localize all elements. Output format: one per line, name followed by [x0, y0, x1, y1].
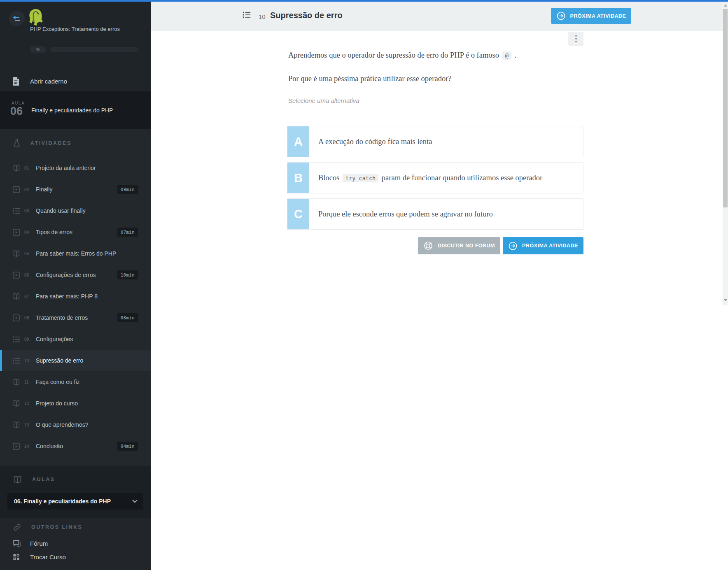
- answer-option-B[interactable]: BBlocos try catch param de funcionar qua…: [287, 162, 583, 193]
- book-icon: [13, 475, 22, 484]
- links-list: FórumTrocar Curso: [0, 537, 151, 564]
- screen: PHP Exceptions: Tratamento de erros % Ab…: [0, 0, 728, 570]
- kebab-dot: [575, 35, 577, 37]
- kebab-dot: [575, 41, 577, 42]
- list-icon: [12, 336, 21, 343]
- actions-row: DISCUTIR NO FORUM PRÓXIMA ATIVIDADE: [287, 237, 583, 254]
- option-text: A execução do código fica mais lenta: [309, 126, 583, 157]
- top-accent-bar: [0, 0, 728, 2]
- collapse-arrow-icon: [12, 16, 21, 22]
- activity-index: 10: [259, 13, 266, 20]
- duration-badge: 07min: [117, 228, 138, 237]
- sidebar-item-05[interactable]: 05Para saber mais: Erros do PHP: [0, 243, 151, 264]
- activity-label: Para saber mais: PHP 8: [36, 293, 98, 300]
- link-label: Trocar Curso: [30, 554, 66, 561]
- course-title: PHP Exceptions: Tratamento de erros: [30, 26, 134, 33]
- activity-label: Faça como eu fiz: [36, 379, 80, 385]
- answer-options: AA execução do código fica mais lenta BB…: [287, 126, 583, 230]
- activity-number: 05: [24, 251, 32, 256]
- sidebar-item-06[interactable]: 06Configurações de erros10min: [0, 264, 151, 286]
- activity-label: Tipos de erros: [36, 229, 72, 235]
- sidebar-item-07[interactable]: 07Para saber mais: PHP 8: [0, 286, 151, 307]
- text-fragment: Blocos: [318, 174, 339, 182]
- open-notebook-button[interactable]: Abrir caderno: [0, 72, 151, 90]
- inline-code: try catch: [343, 174, 378, 182]
- other-links-label: OUTROS LINKS: [31, 524, 82, 530]
- sidebar-item-01[interactable]: 01Projeto da aula anterior: [0, 157, 151, 179]
- sidebar-item-11[interactable]: 11Faça como eu fiz: [0, 371, 151, 393]
- course-sidebar: PHP Exceptions: Tratamento de erros % Ab…: [0, 2, 151, 570]
- sidebar-header: PHP Exceptions: Tratamento de erros % Ab…: [0, 2, 151, 91]
- sidebar-item-14[interactable]: 14Conclusão04min: [0, 435, 151, 457]
- activity-number: 10: [24, 358, 32, 363]
- activity-label: Supressão de erro: [36, 357, 83, 364]
- activities-list: 01Projeto da aula anterior02Finally09min…: [0, 157, 151, 457]
- sidebar-item-13[interactable]: 13O que aprendemos?: [0, 414, 151, 435]
- activity-number: 04: [24, 230, 32, 235]
- activity-number: 02: [24, 187, 32, 192]
- answer-option-A[interactable]: AA execução do código fica mais lenta: [287, 126, 583, 157]
- list-icon: [242, 10, 251, 21]
- activities-section-label: ATIVIDADES: [30, 140, 72, 146]
- chevron-down-icon: [132, 500, 138, 503]
- lesson-title: Finally e peculiaridades do PHP: [31, 91, 128, 129]
- link-icon: [13, 523, 21, 532]
- answer-option-C[interactable]: CPorque ele esconde erros que podem se a…: [287, 198, 583, 230]
- lesson-select-dropdown[interactable]: 06. Finally e peculiaridades do PHP: [7, 493, 143, 510]
- activity-number: 12: [24, 401, 32, 406]
- sidebar-item-04[interactable]: 04Tipos de erros07min: [0, 221, 151, 243]
- scrollbar-down-arrow[interactable]: [724, 299, 727, 301]
- current-lesson-banner[interactable]: AULA 06 Finally e peculiaridades do PHP: [0, 91, 151, 129]
- text-fragment: Porque ele esconde erros que podem se ag…: [318, 210, 493, 218]
- sidebar-item-02[interactable]: 02Finally09min: [0, 179, 151, 200]
- book-open-icon: [12, 164, 21, 172]
- collapse-sidebar-button[interactable]: [9, 11, 25, 26]
- lesson-number: 06: [10, 105, 23, 118]
- scrollbar-thumb[interactable]: [723, 9, 728, 207]
- scrollbar[interactable]: [723, 2, 728, 305]
- sidebar-item-12[interactable]: 12Projeto do curso: [0, 393, 151, 414]
- sidebar-link-forum[interactable]: Fórum: [0, 537, 151, 550]
- php-elephant-logo: [27, 8, 44, 26]
- duration-badge: 09min: [117, 185, 138, 194]
- sidebar-item-03[interactable]: 03Quando usar finally: [0, 200, 151, 221]
- chat-icon: [13, 540, 22, 547]
- video-icon: [12, 314, 21, 322]
- activity-label: Projeto da aula anterior: [36, 165, 96, 171]
- link-label: Fórum: [30, 540, 48, 547]
- instruction-text: Selecione uma alternativa: [288, 97, 359, 104]
- text-fragment: .: [514, 51, 516, 59]
- activity-header: 10 Supressão de erro PRÓXIMA ATIVIDADE: [151, 2, 728, 31]
- next-activity-button-top[interactable]: PRÓXIMA ATIVIDADE: [551, 8, 631, 24]
- open-notebook-label: Abrir caderno: [30, 78, 67, 85]
- next-activity-button-bottom[interactable]: PRÓXIMA ATIVIDADE: [503, 237, 583, 254]
- scrollbar-up-arrow[interactable]: [724, 4, 727, 7]
- arrow-right-circle-icon: [508, 241, 518, 251]
- sidebar-link-trocar-curso[interactable]: Trocar Curso: [0, 550, 151, 564]
- sidebar-item-09[interactable]: 09Configurações: [0, 328, 151, 350]
- sidebar-item-10[interactable]: 10Supressão de erro: [0, 350, 151, 371]
- option-text: Porque ele esconde erros que podem se ag…: [309, 199, 583, 229]
- activity-label: Projeto do curso: [36, 400, 78, 407]
- activity-number: 07: [24, 294, 32, 299]
- lessons-section-header: AULAS: [0, 466, 151, 493]
- book-open-icon: [12, 400, 21, 407]
- activities-section: ATIVIDADES 01Projeto da aula anterior02F…: [0, 129, 151, 466]
- option-letter: B: [287, 163, 309, 193]
- sidebar-item-08[interactable]: 08Tratamento de erros08min: [0, 307, 151, 328]
- activity-label: Quando usar finally: [36, 207, 86, 214]
- option-text: Blocos try catch param de funcionar quan…: [309, 163, 583, 193]
- other-links-section: OUTROS LINKS FórumTrocar Curso: [0, 518, 151, 570]
- book-open-icon: [12, 421, 21, 429]
- duration-badge: 08min: [117, 313, 138, 322]
- grid-icon: [13, 554, 22, 561]
- lifebuoy-icon: [423, 241, 433, 251]
- more-options-button[interactable]: [568, 32, 583, 46]
- discuss-forum-button[interactable]: DISCUTIR NO FORUM: [418, 237, 500, 254]
- option-letter: A: [287, 126, 309, 157]
- activity-number: 13: [24, 422, 32, 427]
- activity-label: Finally: [36, 186, 52, 193]
- next-activity-label: PRÓXIMA ATIVIDADE: [522, 243, 578, 249]
- video-icon: [12, 271, 21, 279]
- video-icon: [12, 228, 21, 236]
